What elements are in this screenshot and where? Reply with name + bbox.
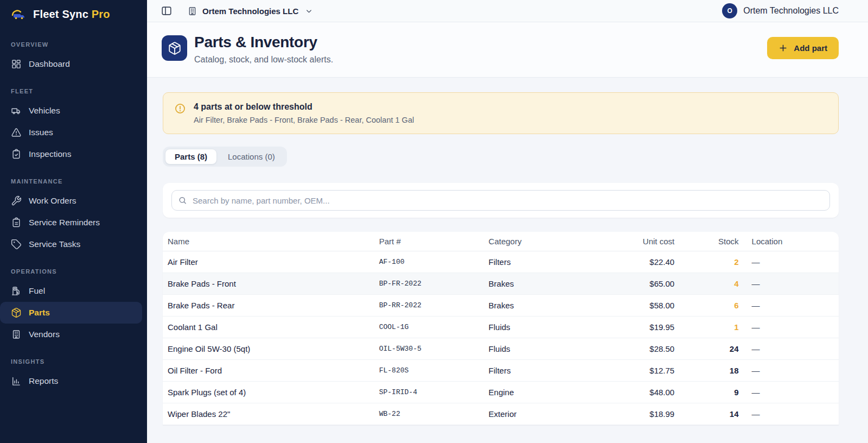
cell-name: Engine Oil 5W-30 (5qt)	[163, 338, 379, 360]
cell-name: Brake Pads - Front	[163, 273, 379, 295]
alert-detail: Air Filter, Brake Pads - Front, Brake Pa…	[194, 116, 414, 124]
page-content: 4 parts at or below threshold Air Filter…	[147, 78, 868, 443]
table-row-air-filter[interactable]: Air FilterAF-100Filters$22.402—	[163, 251, 839, 273]
alert-title: 4 parts at or below threshold	[194, 102, 414, 112]
fuel-pump-icon	[11, 286, 22, 296]
cell-part-number: SP-IRID-4	[379, 382, 489, 403]
sidebar-item-label: Inspections	[29, 149, 71, 159]
clipboard-check-icon	[11, 149, 22, 160]
sidebar-item-label: Service Tasks	[29, 239, 80, 249]
cell-part-number: FL-820S	[379, 360, 489, 382]
cell-part-number: BP-FR-2022	[379, 273, 489, 295]
cell-name: Oil Filter - Ford	[163, 360, 379, 382]
cell-location: —	[739, 317, 839, 338]
cell-part-number: OIL-5W30-5	[379, 338, 489, 360]
cell-stock: 6	[674, 295, 738, 317]
sidebar-item-label: Service Reminders	[29, 218, 100, 227]
chevron-down-icon	[305, 7, 313, 15]
sidebar-item-reports[interactable]: Reports	[0, 370, 147, 392]
org-switcher[interactable]: Ortem Technologies LLC	[187, 6, 313, 16]
tab-locations-0[interactable]: Locations (0)	[218, 149, 285, 164]
low-stock-alert-banner: 4 parts at or below threshold Air Filter…	[163, 92, 839, 134]
cell-name: Spark Plugs (set of 4)	[163, 382, 379, 403]
cell-stock: 1	[674, 317, 738, 338]
bar-chart-icon	[11, 376, 22, 387]
cell-location: —	[739, 295, 839, 317]
wrench-icon	[11, 195, 22, 206]
org-name: Ortem Technologies LLC	[202, 7, 298, 16]
cell-stock: 24	[674, 338, 738, 360]
table-row-brake-pads-front[interactable]: Brake Pads - FrontBP-FR-2022Brakes$65.00…	[163, 273, 839, 295]
sidebar-item-label: Dashboard	[29, 59, 70, 69]
cell-part-number: AF-100	[379, 251, 489, 273]
table-row-engine-oil-5w-30-5qt[interactable]: Engine Oil 5W-30 (5qt)OIL-5W30-5Fluids$2…	[163, 338, 839, 360]
sidebar-toggle-button[interactable]	[161, 5, 173, 17]
table-row-spark-plugs-set-of-4[interactable]: Spark Plugs (set of 4)SP-IRID-4Engine$48…	[163, 382, 839, 403]
sidebar-item-label: Parts	[29, 308, 50, 318]
sidebar-item-vehicles[interactable]: Vehicles	[0, 100, 147, 122]
cell-unit-cost: $18.99	[614, 403, 674, 425]
sidebar-section-label-fleet: FLEET	[0, 75, 147, 100]
add-part-button[interactable]: Add part	[767, 37, 839, 59]
sidebar-section-label-overview: OVERVIEW	[0, 28, 147, 53]
building-icon	[11, 329, 22, 340]
cell-unit-cost: $28.50	[614, 338, 674, 360]
table-row-brake-pads-rear[interactable]: Brake Pads - RearBP-RR-2022Brakes$58.006…	[163, 295, 839, 317]
cell-unit-cost: $48.00	[614, 382, 674, 403]
sidebar-item-label: Issues	[29, 128, 53, 137]
sidebar-item-vendors[interactable]: Vendors	[0, 324, 147, 345]
alert-circle-icon	[174, 103, 186, 115]
table-row-coolant-1-gal[interactable]: Coolant 1 GalCOOL-1GFluids$19.951—	[163, 317, 839, 338]
cell-category: Brakes	[489, 273, 614, 295]
package-icon	[162, 35, 187, 61]
search-input[interactable]	[171, 190, 830, 211]
cell-location: —	[739, 382, 839, 403]
cell-location: —	[739, 338, 839, 360]
cell-name: Coolant 1 Gal	[163, 317, 379, 338]
column-header-location: Location	[739, 232, 839, 251]
tab-bar: Parts (8)Locations (0)	[163, 147, 287, 167]
avatar[interactable]: O	[722, 3, 737, 18]
sidebar-item-issues[interactable]: Issues	[0, 122, 147, 143]
sidebar-item-inspections[interactable]: Inspections	[0, 143, 147, 165]
plus-icon	[778, 43, 788, 53]
page-title: Parts & Inventory	[194, 34, 333, 51]
cell-category: Brakes	[489, 295, 614, 317]
sidebar-item-parts[interactable]: Parts	[0, 302, 142, 324]
cell-location: —	[739, 360, 839, 382]
brand-name: Fleet Sync Pro	[33, 8, 110, 21]
cell-stock: 2	[674, 251, 738, 273]
cell-category: Filters	[489, 251, 614, 273]
parts-table-card: NamePart #CategoryUnit costStockLocation…	[163, 232, 839, 425]
sidebar-item-dashboard[interactable]: Dashboard	[0, 53, 147, 75]
warning-triangle-icon	[11, 127, 22, 138]
cell-category: Exterior	[489, 403, 614, 425]
sidebar-item-label: Vehicles	[29, 106, 60, 116]
cell-name: Wiper Blades 22"	[163, 403, 379, 425]
sidebar: Fleet Sync Pro OVERVIEWDashboardFLEETVeh…	[0, 0, 147, 443]
brand-logo: Fleet Sync Pro	[0, 0, 147, 28]
sidebar-item-work-orders[interactable]: Work Orders	[0, 190, 147, 212]
cell-location: —	[739, 403, 839, 425]
table-row-wiper-blades-22[interactable]: Wiper Blades 22"WB-22Exterior$18.9914—	[163, 403, 839, 425]
main-area: Ortem Technologies LLC O Ortem Technolog…	[147, 0, 868, 443]
sidebar-item-fuel[interactable]: Fuel	[0, 280, 147, 302]
cell-category: Fluids	[489, 338, 614, 360]
cell-unit-cost: $12.75	[614, 360, 674, 382]
cell-category: Fluids	[489, 317, 614, 338]
table-row-oil-filter-ford[interactable]: Oil Filter - FordFL-820SFilters$12.7518—	[163, 360, 839, 382]
cell-part-number: COOL-1G	[379, 317, 489, 338]
account-name: Ortem Technologies LLC	[743, 6, 839, 16]
tag-icon	[11, 239, 22, 250]
panel-left-icon	[161, 5, 173, 17]
column-header-category: Category	[489, 232, 614, 251]
cell-stock: 9	[674, 382, 738, 403]
sidebar-item-service-reminders[interactable]: Service Reminders	[0, 212, 147, 233]
cell-location: —	[739, 251, 839, 273]
add-part-label: Add part	[794, 43, 827, 53]
dashboard-icon	[11, 59, 22, 69]
search-icon	[178, 196, 187, 205]
sidebar-section-label-maintenance: MAINTENANCE	[0, 165, 147, 190]
sidebar-item-service-tasks[interactable]: Service Tasks	[0, 233, 147, 255]
tab-parts-8[interactable]: Parts (8)	[165, 149, 217, 164]
